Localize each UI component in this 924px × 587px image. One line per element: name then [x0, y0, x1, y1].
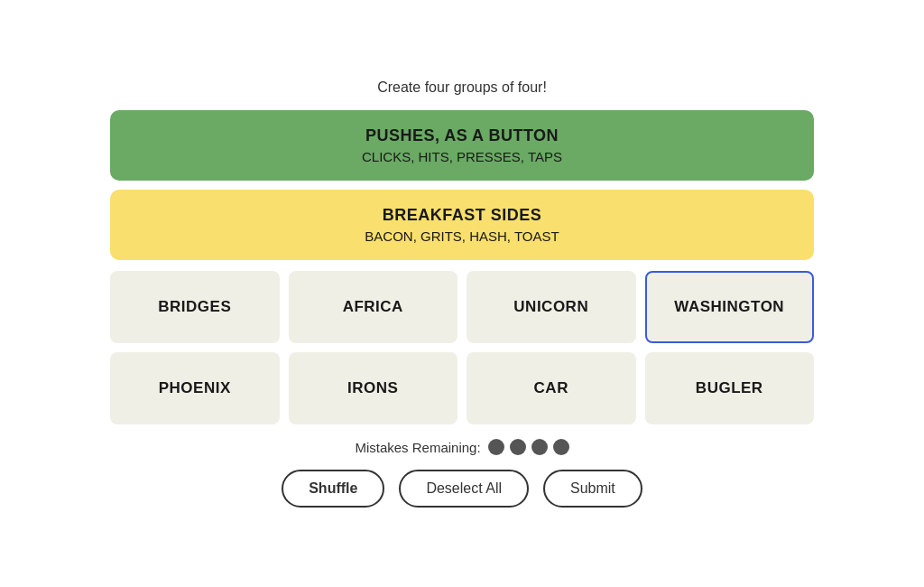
- tile-africa[interactable]: AFRICA: [289, 271, 458, 343]
- tile-washington[interactable]: WASHINGTON: [645, 271, 815, 343]
- tiles-grid: BRIDGESAFRICAUNICORNWASHINGTONPHOENIXIRO…: [110, 271, 814, 424]
- shuffle-button[interactable]: Shuffle: [282, 470, 384, 508]
- mistakes-row: Mistakes Remaining:: [355, 439, 568, 455]
- tile-irons[interactable]: IRONS: [289, 352, 458, 424]
- solved-card-words: BACON, GRITS, HASH, TOAST: [128, 228, 796, 244]
- mistake-dot: [488, 439, 504, 455]
- solved-card-category: PUSHES, AS A BUTTON: [128, 126, 796, 145]
- solved-card-yellow: BREAKFAST SIDES BACON, GRITS, HASH, TOAS…: [110, 190, 814, 260]
- mistake-dot: [510, 439, 526, 455]
- solved-cards-area: PUSHES, AS A BUTTON CLICKS, HITS, PRESSE…: [110, 110, 814, 260]
- solved-card-words: CLICKS, HITS, PRESSES, TAPS: [128, 149, 796, 164]
- buttons-row: Shuffle Deselect All Submit: [282, 470, 642, 508]
- tile-bugler[interactable]: BUGLER: [645, 352, 815, 424]
- tile-bridges[interactable]: BRIDGES: [110, 271, 280, 343]
- tile-phoenix[interactable]: PHOENIX: [110, 352, 280, 424]
- instruction-text: Create four groups of four!: [377, 79, 547, 96]
- mistake-dot: [553, 439, 569, 455]
- mistake-dots: [488, 439, 569, 455]
- game-container: Create four groups of four! PUSHES, AS A…: [110, 79, 814, 508]
- solved-card-category: BREAKFAST SIDES: [128, 206, 796, 225]
- tile-unicorn[interactable]: UNICORN: [467, 271, 636, 343]
- deselect-all-button[interactable]: Deselect All: [399, 470, 529, 508]
- mistakes-label: Mistakes Remaining:: [355, 440, 480, 455]
- submit-button[interactable]: Submit: [543, 470, 642, 508]
- solved-card-green: PUSHES, AS A BUTTON CLICKS, HITS, PRESSE…: [110, 110, 814, 181]
- mistake-dot: [531, 439, 548, 455]
- tile-car[interactable]: CAR: [467, 352, 636, 424]
